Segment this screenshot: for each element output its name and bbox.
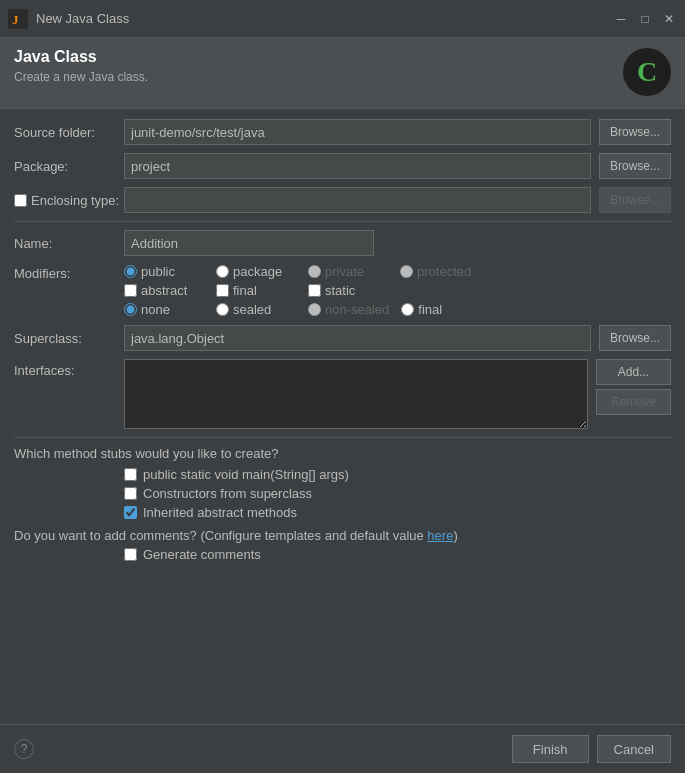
- header-title: Java Class: [14, 48, 148, 66]
- superclass-input[interactable]: [124, 325, 591, 351]
- header-section: Java Class Create a new Java class. C: [0, 38, 685, 109]
- footer-section: ? Finish Cancel: [0, 724, 685, 773]
- enclosing-type-label-area: Enclosing type:: [14, 193, 124, 208]
- header-subtitle: Create a new Java class.: [14, 70, 148, 84]
- package-label: Package:: [14, 159, 124, 174]
- stub-inherited-label: Inherited abstract methods: [143, 505, 297, 520]
- stub-main-label: public static void main(String[] args): [143, 467, 349, 482]
- window-title: New Java Class: [36, 11, 613, 26]
- package-input[interactable]: [124, 153, 591, 179]
- superclass-label: Superclass:: [14, 331, 124, 346]
- stub-inherited-row: Inherited abstract methods: [124, 505, 671, 520]
- content-section: Source folder: Browse... Package: Browse…: [0, 109, 685, 724]
- enclosing-type-input[interactable]: [124, 187, 591, 213]
- maximize-button[interactable]: □: [637, 11, 653, 27]
- modifiers-other-row: abstract final static: [124, 283, 481, 298]
- help-button[interactable]: ?: [14, 739, 34, 759]
- modifier-static[interactable]: static: [308, 283, 388, 298]
- modifier-abstract[interactable]: abstract: [124, 283, 204, 298]
- comments-section: Do you want to add comments? (Configure …: [14, 528, 671, 562]
- modifier-abstract-label: abstract: [141, 283, 187, 298]
- footer-left: ?: [14, 739, 34, 759]
- finish-button[interactable]: Finish: [512, 735, 589, 763]
- modifier-protected[interactable]: protected: [400, 264, 480, 279]
- generate-comments-row: Generate comments: [124, 547, 671, 562]
- source-folder-browse-button[interactable]: Browse...: [599, 119, 671, 145]
- modifier-nonsealed[interactable]: non-sealed: [308, 302, 389, 317]
- divider-2: [14, 437, 671, 438]
- modifier-final[interactable]: final: [216, 283, 296, 298]
- enclosing-type-checkbox[interactable]: [14, 194, 27, 207]
- comments-here-link[interactable]: here: [427, 528, 453, 543]
- modifier-public[interactable]: public: [124, 264, 204, 279]
- interfaces-row: Interfaces: Add... Remove: [14, 359, 671, 429]
- modifier-package-label: package: [233, 264, 282, 279]
- modifier-private[interactable]: private: [308, 264, 388, 279]
- stub-main-checkbox[interactable]: [124, 468, 137, 481]
- interfaces-add-button[interactable]: Add...: [596, 359, 671, 385]
- source-folder-input[interactable]: [124, 119, 591, 145]
- app-icon: J: [8, 9, 28, 29]
- dialog-body: Java Class Create a new Java class. C So…: [0, 38, 685, 773]
- stub-constructors-label: Constructors from superclass: [143, 486, 312, 501]
- generate-comments-checkbox[interactable]: [124, 548, 137, 561]
- superclass-row: Superclass: Browse...: [14, 325, 671, 351]
- interfaces-buttons: Add... Remove: [596, 359, 671, 415]
- source-folder-row: Source folder: Browse...: [14, 119, 671, 145]
- comments-question-text: Do you want to add comments? (Configure …: [14, 528, 427, 543]
- modifier-package[interactable]: package: [216, 264, 296, 279]
- modifiers-access-row: public package private protected: [124, 264, 481, 279]
- modifiers-sealed-row: none sealed non-sealed final: [124, 302, 481, 317]
- modifiers-grid: public package private protected: [124, 264, 481, 317]
- name-label: Name:: [14, 236, 124, 251]
- modifier-sealed[interactable]: sealed: [216, 302, 296, 317]
- modifier-none[interactable]: none: [124, 302, 204, 317]
- window-controls: ─ □ ✕: [613, 11, 677, 27]
- enclosing-type-row: Enclosing type: Browse...: [14, 187, 671, 213]
- modifier-final2-label: final: [418, 302, 442, 317]
- minimize-button[interactable]: ─: [613, 11, 629, 27]
- enclosing-type-browse-button[interactable]: Browse...: [599, 187, 671, 213]
- stub-main-row: public static void main(String[] args): [124, 467, 671, 482]
- header-text: Java Class Create a new Java class.: [14, 48, 148, 84]
- enclosing-type-label: Enclosing type:: [31, 193, 119, 208]
- modifier-static-label: static: [325, 283, 355, 298]
- modifiers-label: Modifiers:: [14, 264, 124, 281]
- modifier-final-label: final: [233, 283, 257, 298]
- modifier-nonsealed-label: non-sealed: [325, 302, 389, 317]
- modifiers-section: Modifiers: public package private: [14, 264, 671, 317]
- superclass-browse-button[interactable]: Browse...: [599, 325, 671, 351]
- stub-constructors-checkbox[interactable]: [124, 487, 137, 500]
- interfaces-input[interactable]: [124, 359, 588, 429]
- stubs-section: Which method stubs would you like to cre…: [14, 446, 671, 520]
- modifier-final2[interactable]: final: [401, 302, 481, 317]
- stub-inherited-checkbox[interactable]: [124, 506, 137, 519]
- svg-text:J: J: [12, 12, 19, 27]
- eclipse-logo: C: [623, 48, 671, 96]
- source-folder-label: Source folder:: [14, 125, 124, 140]
- package-browse-button[interactable]: Browse...: [599, 153, 671, 179]
- modifier-sealed-label: sealed: [233, 302, 271, 317]
- stubs-question: Which method stubs would you like to cre…: [14, 446, 671, 461]
- stub-constructors-row: Constructors from superclass: [124, 486, 671, 501]
- modifier-private-label: private: [325, 264, 364, 279]
- comments-question: Do you want to add comments? (Configure …: [14, 528, 671, 543]
- divider-1: [14, 221, 671, 222]
- cancel-button[interactable]: Cancel: [597, 735, 671, 763]
- modifier-none-label: none: [141, 302, 170, 317]
- interfaces-label: Interfaces:: [14, 359, 124, 378]
- name-input[interactable]: [124, 230, 374, 256]
- name-row: Name:: [14, 230, 671, 256]
- interfaces-remove-button[interactable]: Remove: [596, 389, 671, 415]
- package-row: Package: Browse...: [14, 153, 671, 179]
- modifier-public-label: public: [141, 264, 175, 279]
- comments-question-end: ): [453, 528, 457, 543]
- footer-buttons: Finish Cancel: [512, 735, 671, 763]
- generate-comments-label: Generate comments: [143, 547, 261, 562]
- modifier-protected-label: protected: [417, 264, 471, 279]
- close-button[interactable]: ✕: [661, 11, 677, 27]
- title-bar: J New Java Class ─ □ ✕: [0, 0, 685, 38]
